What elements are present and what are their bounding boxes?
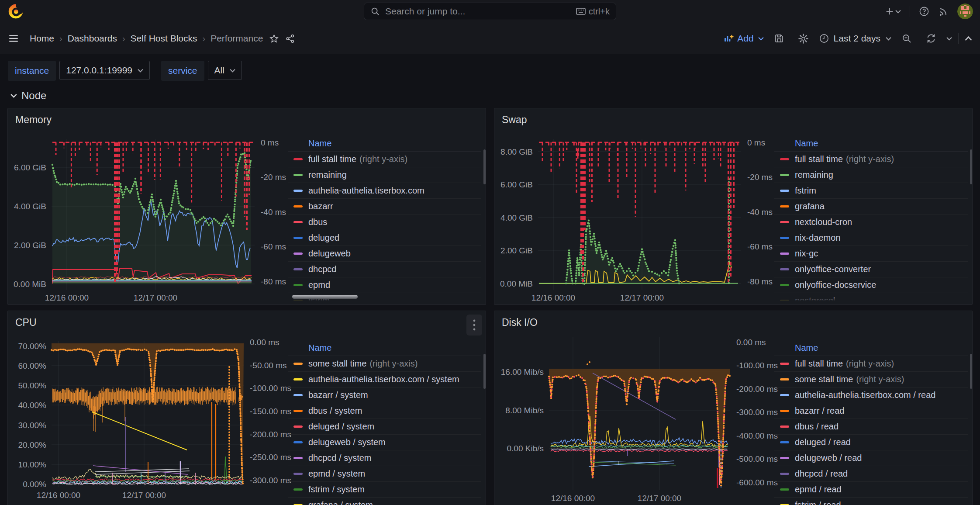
refresh-button[interactable] — [922, 29, 940, 48]
legend-row[interactable]: some stall time(right y-axis) — [774, 372, 968, 387]
legend-row[interactable]: fstrim / read — [774, 498, 968, 505]
legend-row[interactable]: remaining — [288, 167, 481, 183]
collapse-toolbar-button[interactable] — [965, 36, 972, 41]
breadcrumb-dashboards[interactable]: Dashboards — [68, 33, 117, 44]
new-button[interactable] — [885, 7, 901, 16]
legend-row[interactable]: bazarr / system — [288, 387, 481, 403]
y-axis-tick-left: 0.00 MiB — [8, 280, 46, 288]
legend-row[interactable]: full stall time(right y-axis) — [774, 152, 968, 167]
legend-series-label: authelia-authelia.tiserbox.com / read — [795, 390, 935, 400]
legend-row[interactable]: dhcpcd / read — [774, 466, 968, 482]
legend-row[interactable]: delugeweb / system — [288, 435, 481, 450]
legend-row[interactable]: onlyoffice-converter — [774, 262, 968, 277]
clock-icon — [819, 33, 829, 44]
legend-row[interactable]: onlyoffice-docservice — [774, 277, 968, 293]
save-dashboard-button[interactable] — [770, 29, 788, 48]
legend-row[interactable]: deluged — [288, 230, 481, 246]
disk-io-chart: 16.00 Mib/s8.00 Mib/s0.00 Kib/s0.00 ms-1… — [494, 311, 972, 505]
variable-value-instance[interactable]: 127.0.0.1:19999 — [59, 61, 150, 80]
x-axis-tick: 12/17 00:00 — [607, 293, 677, 303]
legend-series-label: fstrim / read — [795, 500, 841, 505]
dashboard-settings-button[interactable] — [794, 29, 813, 48]
time-range-picker[interactable]: Last 2 days — [819, 33, 891, 44]
news-button[interactable] — [938, 6, 949, 17]
legend-header-name[interactable]: Name — [288, 134, 481, 152]
memory-chart: 6.00 GiB4.00 GiB2.00 GiB0.00 MiB0 ms-20 … — [8, 108, 486, 304]
legend-row[interactable]: grafana — [774, 199, 968, 214]
legend-row[interactable]: delugeweb — [288, 246, 481, 262]
legend-row[interactable]: dhcpcd / system — [288, 450, 481, 466]
panel-menu-button[interactable] — [466, 315, 482, 336]
user-avatar[interactable] — [957, 3, 973, 19]
legend-row[interactable]: dhcpcd — [288, 262, 481, 277]
legend-header-name[interactable]: Name — [774, 134, 968, 152]
refresh-interval-button[interactable] — [946, 37, 952, 41]
y-axis-tick-right: -100.00 ms — [736, 361, 778, 370]
legend-row[interactable]: dbus / system — [288, 403, 481, 419]
series-color-swatch — [293, 457, 303, 459]
legend-row[interactable]: nix-gc — [774, 246, 968, 262]
variable-value-service[interactable]: All — [208, 61, 242, 80]
legend-row[interactable]: epmd / read — [774, 482, 968, 498]
legend-row[interactable]: nextcloud-cron — [774, 214, 968, 230]
breadcrumb-folder[interactable]: Self Host Blocks — [131, 33, 197, 44]
legend-row[interactable]: fstrim / system — [288, 482, 481, 498]
legend-series-label: full stall time — [795, 359, 843, 369]
legend-vertical-scrollbar[interactable] — [970, 354, 972, 389]
legend-row[interactable]: some stall time(right y-axis) — [288, 356, 481, 372]
legend-series-label: fstrim / system — [308, 484, 365, 495]
legend-row[interactable]: grafana / system — [288, 498, 481, 505]
y-axis-tick-right: -40 ms — [747, 208, 773, 216]
legend-row[interactable]: authelia-authelia.tiserbox.com / system — [288, 372, 481, 387]
legend-series-label: deluged — [308, 233, 339, 243]
legend-row[interactable]: epmd / system — [288, 466, 481, 482]
legend-row[interactable]: fstrim — [774, 183, 968, 199]
legend-row[interactable]: remaining — [774, 167, 968, 183]
breadcrumb-home[interactable]: Home — [30, 33, 54, 44]
legend-row[interactable]: delugeweb / read — [774, 450, 968, 466]
y-axis-tick-right: -300.00 ms — [736, 408, 778, 416]
series-color-swatch — [780, 363, 789, 365]
legend-vertical-scrollbar[interactable] — [483, 354, 486, 389]
legend-row[interactable]: full stall time(right y-axis) — [288, 152, 481, 167]
grafana-logo[interactable] — [7, 3, 24, 20]
search-box[interactable]: ctrl+k — [364, 3, 616, 20]
search-icon — [370, 7, 380, 16]
panel-memory: Memory 6.00 GiB4.00 GiB2.00 GiB0.00 MiB0… — [7, 108, 486, 305]
legend-row[interactable]: bazarr — [288, 199, 481, 214]
legend-series-note: (right y-axis) — [369, 359, 418, 369]
legend-series-label: full stall time — [308, 154, 356, 164]
legend-header-name[interactable]: Name — [288, 338, 481, 356]
series-color-swatch — [293, 268, 303, 270]
legend-row[interactable]: authelia-authelia.tiserbox.com / read — [774, 387, 968, 403]
favorite-button[interactable] — [269, 34, 279, 44]
legend-series-label: authelia-authelia.tiserbox.com / system — [308, 374, 459, 384]
search-input[interactable] — [384, 6, 572, 17]
zoom-out-button[interactable] — [897, 29, 916, 48]
legend-vertical-scrollbar[interactable] — [970, 149, 972, 184]
share-button[interactable] — [285, 34, 295, 44]
legend-row[interactable]: full stall time(right y-axis) — [774, 356, 968, 372]
chevron-down-icon — [758, 37, 764, 41]
section-node[interactable]: Node — [0, 81, 46, 102]
y-axis-tick-right: -80 ms — [261, 277, 286, 286]
legend-row[interactable]: deluged / system — [288, 419, 481, 435]
save-icon — [774, 33, 784, 44]
legend-series-label: nix-daemon — [795, 233, 841, 243]
legend-fade — [774, 295, 968, 301]
legend-row[interactable]: dbus — [288, 214, 481, 230]
legend-series-label: some stall time — [795, 374, 853, 384]
legend-header-name[interactable]: Name — [774, 338, 968, 356]
y-axis-tick-right: 0 ms — [261, 138, 279, 147]
legend-row[interactable]: dbus / read — [774, 419, 968, 435]
x-axis-tick: 12/17 00:00 — [625, 494, 694, 503]
mega-menu-button[interactable] — [8, 33, 19, 44]
legend-row[interactable]: bazarr / read — [774, 403, 968, 419]
legend-vertical-scrollbar[interactable] — [483, 149, 486, 184]
legend-row[interactable]: nix-daemon — [774, 230, 968, 246]
legend-row[interactable]: authelia-authelia.tiserbox.com — [288, 183, 481, 199]
add-button[interactable]: Add — [723, 33, 763, 44]
legend-row[interactable]: epmd — [288, 277, 481, 293]
help-button[interactable] — [919, 6, 929, 17]
legend-row[interactable]: deluged / read — [774, 435, 968, 450]
